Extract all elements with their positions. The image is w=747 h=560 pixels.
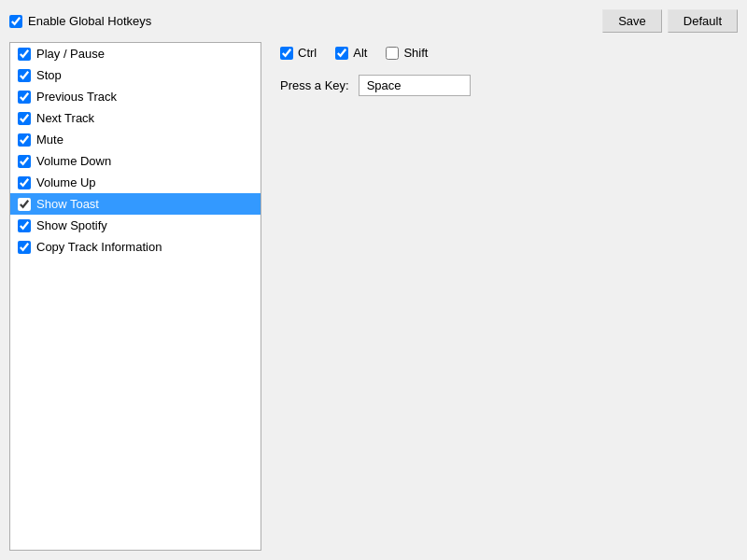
key-input[interactable] <box>359 75 471 96</box>
list-item-volume-up[interactable]: Volume Up <box>10 172 261 193</box>
list-item-checkbox-copy-track-info[interactable] <box>18 241 31 254</box>
list-item-previous-track[interactable]: Previous Track <box>10 86 261 107</box>
list-item-show-toast[interactable]: Show Toast <box>10 193 261 215</box>
list-item-show-spotify[interactable]: Show Spotify <box>10 215 261 236</box>
main-content: Play / PauseStopPrevious TrackNext Track… <box>9 42 738 551</box>
modifier-row: Ctrl Alt Shift <box>280 46 738 60</box>
list-item-mute[interactable]: Mute <box>10 129 261 150</box>
right-panel: Ctrl Alt Shift Press a Key: <box>280 42 738 551</box>
list-item-checkbox-mute[interactable] <box>18 133 31 147</box>
alt-checkbox[interactable] <box>335 47 348 60</box>
list-item-checkbox-previous-track[interactable] <box>18 91 31 104</box>
enable-hotkeys-container: Enable Global Hotkeys <box>9 14 151 28</box>
ctrl-label[interactable]: Ctrl <box>298 46 317 60</box>
list-item-label-show-toast[interactable]: Show Toast <box>36 197 253 211</box>
press-a-key-label: Press a Key: <box>280 78 349 92</box>
shift-modifier: Shift <box>386 46 428 60</box>
list-item-label-show-spotify[interactable]: Show Spotify <box>36 218 253 232</box>
default-button[interactable]: Default <box>668 9 738 33</box>
list-item-checkbox-volume-down[interactable] <box>18 155 31 168</box>
list-item-label-stop[interactable]: Stop <box>36 68 253 82</box>
list-item-label-play-pause[interactable]: Play / Pause <box>36 47 253 61</box>
list-item-checkbox-volume-up[interactable] <box>18 176 31 189</box>
header-buttons: Save Default <box>602 9 738 33</box>
shift-checkbox[interactable] <box>386 47 399 60</box>
enable-hotkeys-label[interactable]: Enable Global Hotkeys <box>28 14 151 28</box>
list-item-next-track[interactable]: Next Track <box>10 107 261 129</box>
list-item-volume-down[interactable]: Volume Down <box>10 150 261 172</box>
alt-modifier: Alt <box>335 46 367 60</box>
list-item-checkbox-next-track[interactable] <box>18 112 31 125</box>
list-item-label-previous-track[interactable]: Previous Track <box>36 90 253 104</box>
hotkeys-list: Play / PauseStopPrevious TrackNext Track… <box>9 42 261 551</box>
alt-label[interactable]: Alt <box>353 46 367 60</box>
list-item-label-copy-track-info[interactable]: Copy Track Information <box>36 240 253 254</box>
list-item-label-volume-down[interactable]: Volume Down <box>36 154 253 168</box>
list-item-copy-track-info[interactable]: Copy Track Information <box>10 236 261 258</box>
ctrl-checkbox[interactable] <box>280 47 293 60</box>
list-item-stop[interactable]: Stop <box>10 64 261 86</box>
list-item-label-mute[interactable]: Mute <box>36 133 253 147</box>
list-item-label-volume-up[interactable]: Volume Up <box>36 175 253 189</box>
main-window: Enable Global Hotkeys Save Default Play … <box>0 0 747 560</box>
shift-label[interactable]: Shift <box>403 46 428 60</box>
key-row: Press a Key: <box>280 75 738 96</box>
ctrl-modifier: Ctrl <box>280 46 317 60</box>
save-button[interactable]: Save <box>602 9 662 33</box>
list-item-checkbox-play-pause[interactable] <box>18 48 31 61</box>
list-item-checkbox-show-toast[interactable] <box>18 198 31 211</box>
header-row: Enable Global Hotkeys Save Default <box>9 9 738 33</box>
list-item-checkbox-show-spotify[interactable] <box>18 219 31 232</box>
list-item-label-next-track[interactable]: Next Track <box>36 111 253 125</box>
enable-hotkeys-checkbox[interactable] <box>9 15 22 28</box>
list-item-play-pause[interactable]: Play / Pause <box>10 43 261 64</box>
list-item-checkbox-stop[interactable] <box>18 69 31 82</box>
